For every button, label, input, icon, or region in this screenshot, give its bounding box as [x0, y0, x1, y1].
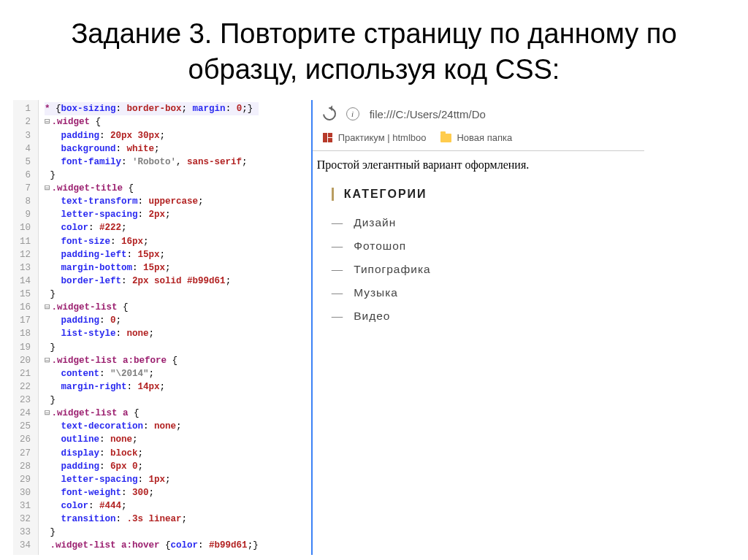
line-number: 28 [18, 460, 31, 473]
line-number: 12 [18, 248, 31, 261]
code-line: letter-spacing: 1px; [45, 473, 259, 486]
line-number: 23 [18, 394, 31, 407]
line-number: 13 [18, 261, 31, 275]
line-number: 17 [18, 314, 31, 327]
line-number: 25 [18, 420, 31, 433]
line-number: 15 [18, 288, 31, 301]
browser-preview: i file:///C:/Users/24ttm/Do Практикум | … [311, 100, 644, 554]
line-number: 1 [18, 102, 31, 115]
code-line: color: #222; [45, 221, 259, 234]
line-number: 4 [18, 142, 31, 156]
category-link[interactable]: Типографика [332, 258, 644, 281]
code-line: font-family: 'Roboto', sans-serif; [45, 156, 259, 169]
code-line: margin-bottom: 15px; [45, 261, 259, 275]
code-line: color: #444; [45, 499, 259, 513]
bookmarks-bar: Практикум | htmlboo Новая папка [313, 128, 644, 151]
reload-icon[interactable] [320, 105, 338, 123]
code-line: ⊟.widget-title { [45, 182, 259, 195]
code-line: ⊟.widget { [45, 115, 259, 129]
line-number: 9 [18, 208, 31, 221]
line-number: 10 [18, 221, 31, 234]
code-line: list-style: none; [45, 327, 259, 340]
code-line: .widget-list a:hover {color: #b99d61;} [45, 539, 259, 552]
categories-widget: Категории ДизайнФотошопТипографикаМузыка… [316, 185, 644, 328]
code-line: } [45, 394, 259, 407]
slide-title: Задание 3. Повторите страницу по данному… [0, 0, 748, 100]
category-link[interactable]: Фотошоп [332, 234, 644, 258]
code-line: display: block; [45, 447, 259, 460]
line-number: 19 [18, 341, 31, 354]
code-line: transition: .3s linear; [45, 513, 259, 526]
list-item: Фотошоп [332, 234, 644, 258]
code-line: margin-right: 14px; [45, 380, 259, 394]
bookmark-item[interactable]: Практикум | htmlboo [323, 132, 427, 143]
line-number: 5 [18, 156, 31, 169]
line-number: 8 [18, 195, 31, 208]
code-line: } [45, 288, 259, 301]
browser-address-bar: i file:///C:/Users/24ttm/Do [313, 100, 644, 128]
code-line: ⊟.widget-list a { [45, 407, 259, 420]
line-number: 6 [18, 169, 31, 182]
category-list: ДизайнФотошопТипографикаМузыкаВидео [332, 211, 644, 328]
line-number: 32 [18, 513, 31, 526]
line-number: 22 [18, 380, 31, 394]
line-number: 14 [18, 275, 31, 288]
line-number: 20 [18, 354, 31, 367]
url-text[interactable]: file:///C:/Users/24ttm/Do [370, 108, 486, 120]
code-line: } [45, 169, 259, 182]
bookmark-item[interactable]: Новая папка [440, 132, 512, 143]
line-number: 30 [18, 486, 31, 499]
line-number: 2 [18, 115, 31, 129]
code-line: background: white; [45, 142, 259, 156]
code-line: } [45, 526, 259, 539]
list-item: Музыка [332, 281, 644, 304]
code-editor-panel: 1234567891011121314151617181920212223242… [13, 100, 264, 554]
code-line: padding: 20px 30px; [45, 129, 259, 142]
line-number-gutter: 1234567891011121314151617181920212223242… [13, 100, 39, 554]
line-number: 3 [18, 129, 31, 142]
line-number: 11 [18, 235, 31, 248]
line-number: 7 [18, 182, 31, 195]
code-line: content: "\2014"; [45, 367, 259, 380]
code-line: ⊟.widget-list a:before { [45, 354, 259, 367]
list-item: Типографика [332, 258, 644, 281]
browser-page-body: Простой элегантный вариант оформления. К… [313, 151, 644, 328]
code-line: font-size: 16px; [45, 235, 259, 248]
line-number: 29 [18, 473, 31, 486]
line-number: 27 [18, 447, 31, 460]
bookmark-label: Практикум | htmlboo [338, 132, 427, 143]
code-line: font-weight: 300; [45, 486, 259, 499]
bookmark-favicon-icon [323, 133, 333, 143]
code-line: * {box-sizing: border-box; margin: 0;} [45, 102, 259, 115]
code-line: } [45, 341, 259, 354]
category-link[interactable]: Дизайн [332, 211, 644, 234]
code-line: padding-left: 15px; [45, 248, 259, 261]
list-item: Дизайн [332, 211, 644, 234]
widget-title: Категории [332, 188, 644, 201]
page-heading-text: Простой элегантный вариант оформления. [316, 157, 644, 185]
info-icon[interactable]: i [346, 107, 359, 120]
code-line: padding: 6px 0; [45, 460, 259, 473]
line-number: 33 [18, 526, 31, 539]
line-number: 31 [18, 499, 31, 513]
css-code-block: * {box-sizing: border-box; margin: 0;}⊟.… [39, 100, 264, 554]
code-line: text-transform: uppercase; [45, 195, 259, 208]
bookmark-label: Новая папка [457, 132, 512, 143]
code-line: text-decoration: none; [45, 420, 259, 433]
line-number: 21 [18, 367, 31, 380]
code-line: ⊟.widget-list { [45, 301, 259, 314]
line-number: 18 [18, 327, 31, 340]
list-item: Видео [332, 304, 644, 328]
category-link[interactable]: Музыка [332, 281, 644, 304]
code-line: padding: 0; [45, 314, 259, 327]
line-number: 24 [18, 407, 31, 420]
line-number: 16 [18, 301, 31, 314]
line-number: 34 [18, 539, 31, 552]
code-line: outline: none; [45, 433, 259, 446]
folder-icon [440, 134, 451, 142]
line-number: 26 [18, 433, 31, 446]
category-link[interactable]: Видео [332, 304, 644, 328]
code-line: border-left: 2px solid #b99d61; [45, 275, 259, 288]
code-line: letter-spacing: 2px; [45, 208, 259, 221]
